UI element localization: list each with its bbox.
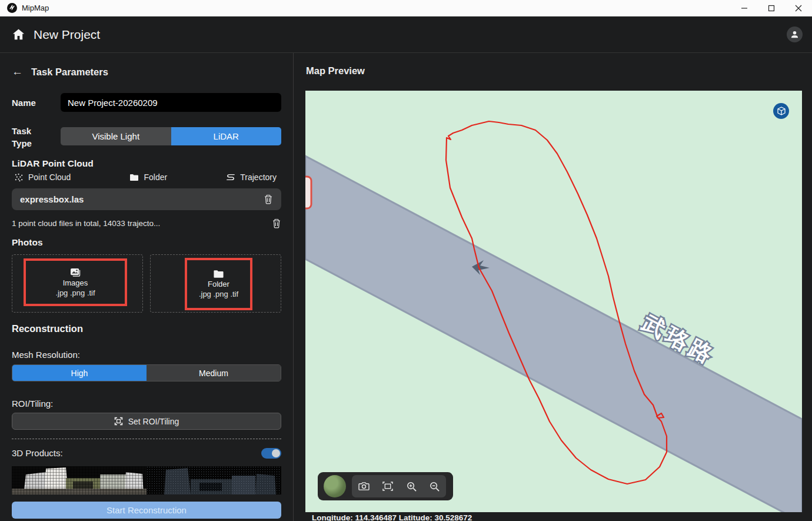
products-label: 3D Products: <box>12 448 63 458</box>
zoom-in-icon <box>407 482 417 492</box>
title-bar: MipMap <box>0 0 812 16</box>
close-button[interactable] <box>785 0 812 16</box>
mesh-medium-button[interactable]: Medium <box>147 365 281 381</box>
frame-center-icon <box>382 482 393 491</box>
folder-icon <box>213 270 224 278</box>
reconstruction-section-title: Reconstruction <box>12 323 83 334</box>
product-thumbnail-mesh[interactable] <box>12 466 147 495</box>
map-3d-view-button[interactable] <box>773 103 789 119</box>
map-preview-title: Map Preview <box>306 65 365 77</box>
maximize-button[interactable] <box>758 0 785 16</box>
back-arrow-icon[interactable]: ← <box>12 65 23 78</box>
tab-trajectory[interactable]: Trajectory <box>226 172 277 182</box>
home-icon[interactable] <box>12 28 25 41</box>
app-header: New Project <box>0 16 812 53</box>
map-preview-panel: Map Preview 武珞路 <box>294 53 812 521</box>
zoom-out-button[interactable] <box>430 482 440 492</box>
folder-card-label: Folder <box>208 280 229 288</box>
coordinates-readout: Longitude: 114.346487 Latitude: 30.52867… <box>312 513 472 521</box>
photos-folder-card: Folder .jpg .png .tif <box>150 254 281 313</box>
folder-card-formats: .jpg .png .tif <box>199 290 238 298</box>
point-cloud-icon <box>15 173 24 182</box>
page-title: New Project <box>34 28 100 42</box>
divider <box>12 439 281 439</box>
product-thumbnail-pointcloud[interactable] <box>147 466 281 495</box>
app-title: MipMap <box>22 4 49 12</box>
panel-title: Task Parameters <box>31 67 108 78</box>
summary-text: 1 point cloud files in total, 14033 traj… <box>12 219 160 228</box>
cube-icon <box>777 107 786 115</box>
name-label: Name <box>12 98 36 108</box>
lidar-section-title: LiDAR Point Cloud <box>12 158 94 169</box>
file-name: expressbox.las <box>20 194 84 204</box>
set-roi-tiling-label: Set ROI/Tiling <box>128 417 179 426</box>
task-type-segmented: Visible Light LiDAR <box>61 127 281 145</box>
photos-section-title: Photos <box>12 237 43 248</box>
screenshot-button[interactable] <box>358 482 370 491</box>
task-type-lidar[interactable]: LiDAR <box>171 127 282 145</box>
delete-all-icon[interactable] <box>272 218 281 228</box>
minimize-button[interactable] <box>731 0 758 16</box>
task-parameters-panel: ← Task Parameters Name Task Type Visible… <box>0 53 294 521</box>
mesh-resolution-label: Mesh Resolution: <box>12 350 80 360</box>
user-avatar[interactable] <box>787 26 803 42</box>
delete-file-icon[interactable] <box>264 194 273 204</box>
images-icon <box>70 268 81 277</box>
app-logo-icon <box>7 3 17 13</box>
map-toolbar <box>318 472 453 500</box>
tab-point-cloud[interactable]: Point Cloud <box>15 172 71 182</box>
photos-images-card: Images .jpg .png .tif <box>12 254 143 313</box>
add-folder-button[interactable]: Folder .jpg .png .tif <box>185 258 252 310</box>
zoom-out-icon <box>430 482 440 492</box>
point-cloud-summary-row: 1 point cloud files in total, 14033 traj… <box>12 218 281 228</box>
images-card-formats: .jpg .png .tif <box>55 288 95 297</box>
folder-icon <box>129 174 139 181</box>
roi-tiling-label: ROI/Tiling: <box>12 399 53 409</box>
road-shield-badge <box>305 177 311 208</box>
camera-icon <box>358 482 370 491</box>
mesh-high-button[interactable]: High <box>12 365 147 381</box>
images-card-label: Images <box>63 278 88 287</box>
project-name-input[interactable] <box>61 93 281 112</box>
fit-extent-button[interactable] <box>382 482 393 491</box>
mesh-resolution-segmented: High Medium <box>12 364 281 381</box>
trajectory-icon <box>226 173 235 181</box>
point-cloud-file-row[interactable]: expressbox.las <box>12 188 281 210</box>
set-roi-tiling-button[interactable]: Set ROI/Tiling <box>12 413 281 430</box>
task-type-label: Task Type <box>12 125 38 150</box>
start-reconstruction-button[interactable]: Start Reconstruction <box>12 502 281 519</box>
zoom-in-button[interactable] <box>407 482 417 492</box>
products-toggle[interactable] <box>261 448 281 459</box>
basemap-layer-thumbnail[interactable] <box>324 475 346 497</box>
tab-folder[interactable]: Folder <box>129 172 167 182</box>
task-type-visible-light[interactable]: Visible Light <box>61 127 171 145</box>
roi-crop-icon <box>114 417 123 426</box>
add-images-button[interactable]: Images .jpg .png .tif <box>24 258 127 306</box>
map-canvas[interactable]: 武珞路 <box>305 91 802 512</box>
